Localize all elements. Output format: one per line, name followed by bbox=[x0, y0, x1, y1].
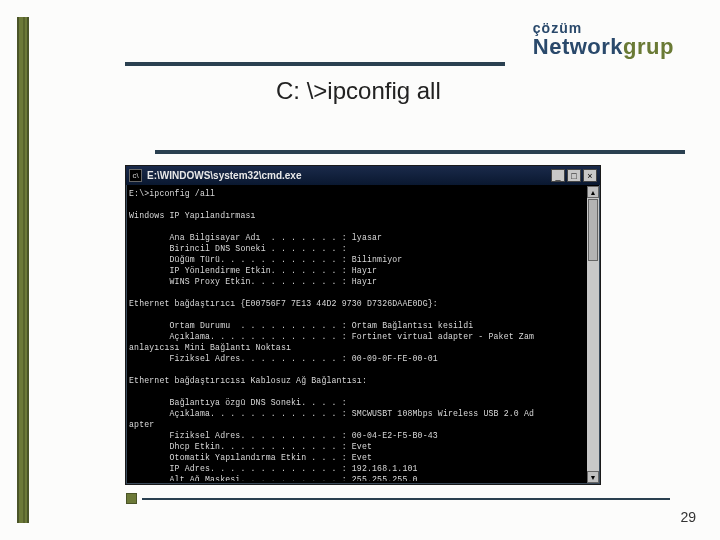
scroll-down-button[interactable]: ▼ bbox=[587, 471, 599, 483]
cmd-titlebar[interactable]: c\ E:\WINDOWS\system32\cmd.exe _ □ × bbox=[126, 166, 600, 185]
page-title: C: \>ipconfig all bbox=[276, 77, 441, 105]
cmd-icon: c\ bbox=[129, 169, 142, 182]
cmd-window: c\ E:\WINDOWS\system32\cmd.exe _ □ × E:\… bbox=[125, 165, 601, 485]
footer-line bbox=[142, 498, 670, 500]
maximize-button[interactable]: □ bbox=[567, 169, 581, 182]
scroll-thumb[interactable] bbox=[588, 199, 598, 261]
brand-logo-bottom: Networkgrup bbox=[533, 34, 674, 60]
hr-top bbox=[125, 62, 505, 66]
scroll-up-button[interactable]: ▲ bbox=[587, 186, 599, 198]
logo-word-1: Network bbox=[533, 34, 623, 59]
brand-logo: çözüm Networkgrup bbox=[533, 20, 674, 60]
page-number: 29 bbox=[680, 509, 696, 525]
footer-accent-square bbox=[126, 493, 137, 504]
close-button[interactable]: × bbox=[583, 169, 597, 182]
cmd-scrollbar[interactable]: ▲ ▼ bbox=[587, 186, 599, 483]
cmd-title-text: E:\WINDOWS\system32\cmd.exe bbox=[147, 170, 549, 181]
minimize-button[interactable]: _ bbox=[551, 169, 565, 182]
logo-word-2: grup bbox=[623, 34, 674, 59]
hr-mid bbox=[155, 150, 685, 154]
slide-left-border bbox=[17, 17, 29, 523]
cmd-output[interactable]: E:\>ipconfig /all Windows IP Yapılandırm… bbox=[129, 188, 586, 481]
